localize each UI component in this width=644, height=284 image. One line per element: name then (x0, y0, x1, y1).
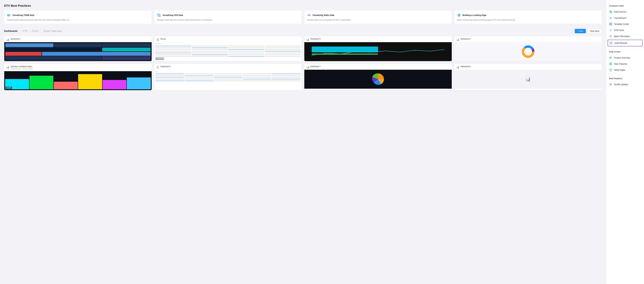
bp-card-tsdb-desc: Visualize latest measurement point data … (7, 19, 149, 21)
dash-card-7[interactable]: 📊 Dashboard 7 (304, 64, 452, 90)
data-sources-icon (609, 10, 612, 13)
sidebar-new-features-title: New Features (606, 76, 644, 81)
sidebar-item-r2408[interactable]: R2408 Updates (606, 81, 644, 88)
tab-dtm[interactable]: DTM (22, 29, 28, 33)
sidebar-item-dtm-tools[interactable]: DTM Tools (606, 27, 644, 33)
sidebar-help-center-title: Help Center (606, 49, 644, 54)
svg-rect-23 (610, 11, 610, 12)
svg-rect-27 (610, 23, 610, 24)
svg-rect-2 (10, 14, 10, 16)
bp-card-tsdb-title: Visualizing TSDB Data (12, 14, 34, 16)
best-practices-grid: Visualizing TSDB Data Visualize latest m… (4, 10, 602, 24)
svg-rect-25 (610, 12, 610, 13)
sidebar-item-import-export-label: Import/Export (614, 17, 626, 19)
svg-rect-30 (611, 24, 612, 25)
tsdb-icon (7, 13, 11, 17)
bp-card-cds-title: Visualizing CDS Data (162, 14, 183, 16)
bp-card-static[interactable]: Visualizing Static Data Visualize data f… (304, 10, 452, 24)
dash-card-5-name: Cartesian Coordinate Syste... (10, 65, 150, 68)
dash-card-5[interactable]: 📊 Cartesian Coordinate Syste... 【Don't M… (4, 64, 152, 90)
sidebar-item-main-features-label: Main Features (614, 63, 627, 65)
svg-rect-42 (611, 63, 612, 64)
svg-rect-0 (8, 14, 8, 16)
sidebar-item-data-sources-label: Data Sources (614, 11, 626, 13)
svg-rect-1 (9, 14, 9, 16)
svg-rect-38 (610, 57, 612, 57)
dash-card-3-name: Dashboard 3 (310, 38, 450, 40)
sidebar-item-audit-records-label: Audit Records (614, 42, 627, 44)
sidebar-item-audit-records[interactable]: Audit Records (608, 40, 642, 46)
dash-card-6[interactable]: 📋 Dashboard 6 图表 (154, 64, 302, 90)
dash-card-3[interactable]: 📊 Dashboard 3 (304, 36, 452, 61)
svg-rect-43 (610, 64, 610, 65)
dashboard-grid-row1: 📊 Dashboard 1 (4, 36, 602, 61)
sidebar-item-product-overview[interactable]: Product Overview (606, 55, 644, 61)
dash-card-2-icon: 📋 (156, 38, 159, 41)
sidebar-common-used-title: Common Used (606, 3, 644, 8)
svg-point-32 (610, 36, 611, 36)
svg-rect-40 (610, 58, 611, 59)
svg-rect-6 (159, 15, 160, 17)
dash-card-1-thumb (4, 42, 152, 61)
svg-rect-24 (611, 11, 612, 12)
dash-card-3-icon: 📊 (306, 38, 309, 41)
tab-spa[interactable]: Single-Page Apps (44, 29, 62, 33)
bp-card-static-desc: Visualize data from an imported CSV file… (307, 19, 449, 21)
svg-rect-16 (312, 46, 378, 52)
sidebar-item-product-overview-label: Product Overview (614, 57, 630, 59)
dash-card-8-icon: 📊 (456, 66, 459, 69)
bp-card-landing-title: Building a Landing Page (462, 14, 486, 16)
dash-card-6-thumb: 图表 (154, 70, 302, 89)
dash-card-4[interactable]: 📊 Dashboard 4 (454, 36, 602, 61)
svg-rect-4 (159, 14, 160, 15)
sidebar-item-import-export[interactable]: Import/Export (606, 15, 644, 21)
static-icon (307, 13, 311, 17)
sidebar: Common Used Data Sources Import/Export T… (606, 0, 644, 284)
dash-card-8[interactable]: 📊 Dashboard 8 📊 (454, 64, 602, 90)
svg-rect-41 (610, 63, 610, 64)
dashboard-grid-row2: 📊 Cartesian Coordinate Syste... 【Don't M… (4, 64, 602, 90)
bp-card-landing[interactable]: Building a Landing Page Build a multi-do… (454, 10, 602, 24)
sidebar-item-template-center[interactable]: Template Center (606, 21, 644, 27)
dash-card-4-name: Dashboard 4 (460, 38, 600, 40)
dash-card-3-thumb (304, 42, 452, 61)
svg-rect-39 (610, 58, 612, 58)
dash-card-1[interactable]: 📊 Dashboard 1 (4, 36, 152, 61)
import-export-icon (609, 16, 612, 19)
svg-point-21 (525, 48, 531, 55)
bp-card-cds-desc: Visualize metric data from Common Data S… (157, 19, 299, 21)
basic-info-icon (609, 35, 612, 38)
tab-dashboards[interactable]: Dashboards (4, 29, 18, 33)
main-features-icon (609, 62, 612, 65)
bp-card-cds[interactable]: Visualizing CDS Data Visualize metric da… (154, 10, 302, 24)
sidebar-item-white-paper[interactable]: White Paper (606, 67, 644, 73)
sidebar-item-main-features[interactable]: Main Features (606, 61, 644, 67)
new-button[interactable]: + New (575, 29, 586, 33)
bp-card-tsdb[interactable]: Visualizing TSDB Data Visualize latest m… (4, 10, 152, 24)
template-center-icon (609, 22, 612, 26)
dash-card-8-thumb: 📊 (454, 70, 602, 89)
bp-card-landing-desc: Build a multi-domain asset monitoring pa… (457, 19, 599, 21)
dash-card-5-thumb: 坐标图 (4, 71, 152, 90)
sidebar-item-basic-info[interactable]: Basic Information (606, 33, 644, 39)
tab-forms[interactable]: Forms (32, 29, 38, 33)
view-more-button[interactable]: View More (587, 29, 602, 33)
dash-card-7-thumb (304, 70, 452, 89)
dash-card-1-name: Dashboard 1 (10, 38, 150, 40)
dash-card-7-icon: 📊 (306, 66, 309, 69)
product-overview-icon (609, 56, 612, 59)
sidebar-item-data-sources[interactable]: Data Sources (606, 9, 644, 15)
landing-icon (457, 13, 461, 17)
dash-card-2[interactable]: 📋 Source 外部数据源 (154, 36, 302, 61)
dash-card-4-icon: 📊 (456, 38, 459, 41)
svg-rect-50 (610, 84, 612, 85)
sidebar-item-basic-info-label: Basic Information (614, 35, 630, 37)
dash-card-5-sub: 【Don't Move】 Gereral Charts (10, 68, 150, 70)
dash-card-7-name: Dashboard 7 (310, 65, 450, 68)
dash-card-5-icon: 📊 (6, 66, 9, 69)
dashboards-header: Dashboards | DTM | Forms | Single-Page A… (4, 29, 602, 33)
svg-rect-29 (610, 24, 610, 25)
svg-rect-44 (611, 64, 612, 65)
dash-card-1-icon: 📊 (6, 38, 9, 41)
cds-icon (157, 13, 161, 17)
